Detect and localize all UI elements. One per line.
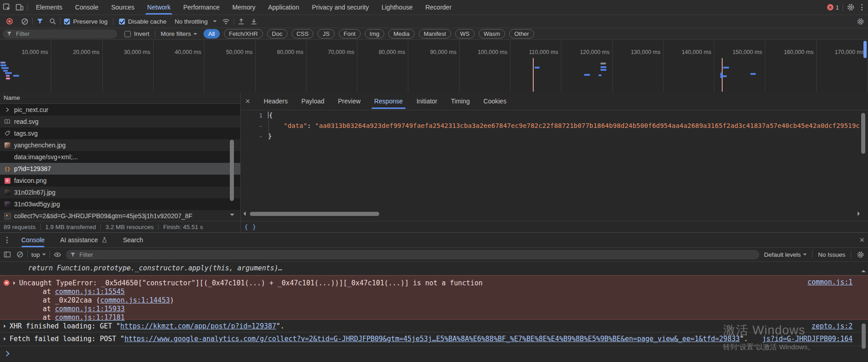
hscroll-thumb[interactable] xyxy=(250,212,379,216)
search-icon[interactable] xyxy=(49,18,56,25)
list-scrollbar-thumb[interactable] xyxy=(230,140,234,201)
settings-gear-icon[interactable] xyxy=(847,3,855,11)
clear-network-log-icon[interactable] xyxy=(21,18,29,25)
more-filters-button[interactable]: More filters xyxy=(161,30,191,37)
drawer-tab-console[interactable]: Console xyxy=(21,233,45,247)
chip-img[interactable]: Img xyxy=(365,29,385,39)
tab-privacy-and-security[interactable]: Privacy and security xyxy=(312,0,369,15)
device-toolbar-icon[interactable] xyxy=(15,3,24,11)
hscroll-left-arrow[interactable] xyxy=(243,211,246,216)
tab-console[interactable]: Console xyxy=(75,0,98,15)
tab-recorder[interactable]: Recorder xyxy=(425,0,451,15)
chip-font[interactable]: Font xyxy=(339,29,361,39)
drawer-tab-ai-assistance[interactable]: AI assistance xyxy=(60,233,107,247)
source-link[interactable]: common.js:1:14453 xyxy=(100,296,170,304)
request-url-link[interactable]: https://www.google-analytics.com/g/colle… xyxy=(124,335,740,343)
invert-checkbox[interactable] xyxy=(124,31,131,37)
disable-cache-checkbox[interactable] xyxy=(119,19,125,24)
tab-lighthouse[interactable]: Lighthouse xyxy=(382,0,413,15)
network-overview-timeline[interactable]: 10,000 ms 20,000 ms 30,000 ms 40,000 ms … xyxy=(0,40,868,93)
expand-triangle-icon[interactable] xyxy=(4,337,6,341)
throttling-select[interactable]: No throttling xyxy=(175,18,208,25)
console-message-fetch[interactable]: Fetch failed loading: POST "https://www.… xyxy=(0,333,868,346)
console-settings-gear-icon[interactable] xyxy=(857,251,864,259)
chip-ws[interactable]: WS xyxy=(455,29,475,39)
chip-media[interactable]: Media xyxy=(388,29,414,39)
request-row-selected[interactable]: p?id=129387 xyxy=(0,163,240,175)
network-settings-gear-icon[interactable] xyxy=(857,18,864,25)
close-detail-icon[interactable] xyxy=(245,97,250,105)
network-filter-input[interactable] xyxy=(15,30,114,38)
console-scrollbar-up-arrow[interactable] xyxy=(861,270,866,272)
tab-timing[interactable]: Timing xyxy=(451,92,470,110)
request-row[interactable]: read.svg xyxy=(0,116,240,127)
tab-elements[interactable]: Elements xyxy=(36,0,62,15)
request-row[interactable]: 31n03wd5gy.jpg xyxy=(0,198,240,210)
preserve-log-checkbox[interactable] xyxy=(64,19,70,24)
console-message-error[interactable]: Uncaught TypeError: _0x5d4650["construct… xyxy=(0,275,868,320)
request-row[interactable]: tags.svg xyxy=(0,127,240,139)
drawer-tab-search[interactable]: Search xyxy=(123,233,143,247)
eye-icon[interactable] xyxy=(54,251,61,259)
console-filter-input[interactable] xyxy=(79,251,755,259)
issues-counter[interactable]: No Issues xyxy=(818,251,845,258)
tab-response[interactable]: Response xyxy=(374,92,403,110)
tab-network[interactable]: Network xyxy=(147,0,170,15)
chip-other[interactable]: Other xyxy=(509,29,534,39)
request-row[interactable]: 31n02ln67j.jpg xyxy=(0,186,240,198)
export-har-icon[interactable] xyxy=(250,18,258,25)
more-options-kebab-icon[interactable] xyxy=(858,3,865,11)
list-scrollbar-down-arrow[interactable] xyxy=(230,214,234,216)
expand-triangle-icon[interactable] xyxy=(4,324,6,328)
filter-funnel-icon[interactable] xyxy=(36,18,44,25)
default-levels-select[interactable]: Default levels xyxy=(764,251,801,258)
console-message-trace[interactable]: return Function.prototype._constructor.a… xyxy=(0,262,868,275)
chip-wasm[interactable]: Wasm xyxy=(479,29,505,39)
tab-headers[interactable]: Headers xyxy=(264,92,288,110)
tab-memory[interactable]: Memory xyxy=(233,0,256,15)
chip-fetch-xhr[interactable]: Fetch/XHR xyxy=(224,29,263,39)
request-row[interactable]: favicon.png xyxy=(0,175,240,186)
error-source-link[interactable]: common.js:1 xyxy=(808,278,853,286)
network-conditions-icon[interactable] xyxy=(222,18,230,25)
source-link[interactable]: common.js:1:15933 xyxy=(55,305,125,313)
inspect-element-icon[interactable] xyxy=(3,3,11,11)
chip-all[interactable]: All xyxy=(203,29,220,39)
request-row[interactable]: collect?v=2&tid=G-JHRDJFPB09&gtm=45je53j… xyxy=(0,210,240,221)
error-count-badge[interactable]: 1 xyxy=(827,4,839,11)
hscroll-right-arrow[interactable] xyxy=(858,211,860,216)
tab-application[interactable]: Application xyxy=(268,0,299,15)
chip-doc[interactable]: Doc xyxy=(267,29,288,39)
context-selector[interactable]: top xyxy=(31,251,40,258)
import-har-icon[interactable] xyxy=(238,18,245,25)
request-url-link[interactable]: https://kkmzt.com/app/post/p?id=129387 xyxy=(120,322,276,330)
overview-selection-handle[interactable] xyxy=(863,41,867,58)
drawer-menu-kebab-icon[interactable] xyxy=(4,236,10,244)
message-source-link[interactable]: js?id=G-JHRDJFPB09:164 xyxy=(762,335,853,343)
request-row[interactable]: data:image/svg+xml;... xyxy=(0,151,240,163)
clear-console-icon[interactable] xyxy=(16,251,24,258)
console-sidebar-icon[interactable] xyxy=(4,251,11,258)
record-network-log-icon[interactable] xyxy=(6,18,13,24)
message-source-link[interactable]: zepto.js:2 xyxy=(812,322,853,330)
name-column-header[interactable]: Name xyxy=(0,92,240,104)
response-body-viewer[interactable]: 1 { - "data": "aa0313b03264a923def99749f… xyxy=(241,110,860,210)
response-scrollbar-thumb[interactable] xyxy=(861,113,865,154)
expand-triangle-icon[interactable] xyxy=(14,281,15,285)
console-message-xhr[interactable]: XHR finished loading: GET "https://kkmzt… xyxy=(0,320,868,333)
close-drawer-icon[interactable] xyxy=(859,236,864,244)
request-row[interactable]: yangchenchen.jpg xyxy=(0,139,240,151)
tab-payload[interactable]: Payload xyxy=(301,92,324,110)
console-scrollbar-thumb[interactable] xyxy=(862,323,866,349)
chip-js[interactable]: JS xyxy=(317,29,334,39)
pretty-print-braces-icon[interactable] xyxy=(244,223,256,231)
tab-sources[interactable]: Sources xyxy=(111,0,134,15)
tab-initiator[interactable]: Initiator xyxy=(417,92,437,110)
request-row[interactable]: pic_next.cur xyxy=(0,104,240,116)
chip-css[interactable]: CSS xyxy=(292,29,314,39)
tab-cookies[interactable]: Cookies xyxy=(483,92,506,110)
source-link[interactable]: common.js:1:15545 xyxy=(55,288,125,296)
chip-manifest[interactable]: Manifest xyxy=(419,29,451,39)
tab-preview[interactable]: Preview xyxy=(338,92,361,110)
console-prompt[interactable] xyxy=(0,346,868,356)
